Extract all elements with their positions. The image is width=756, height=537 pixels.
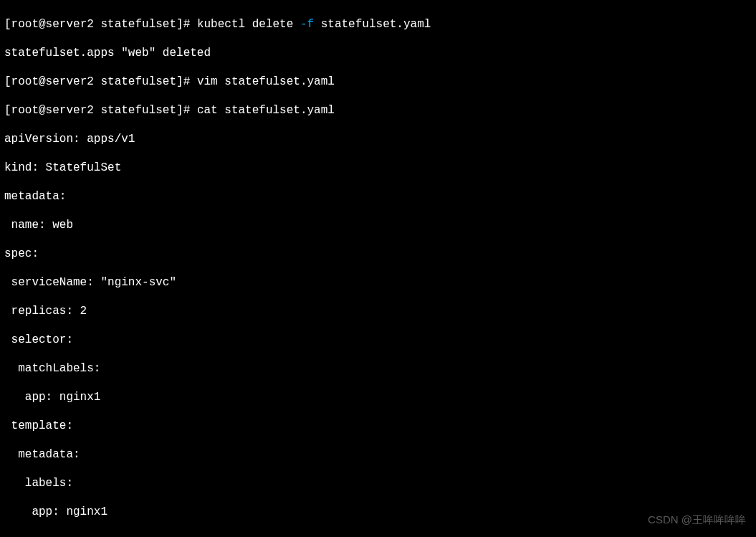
prompt-line-3: [root@server2 statefulset]# cat stateful… [4,103,752,118]
yaml-line: app: nginx1 [4,505,752,519]
command-flag: -f [300,18,314,31]
output-line: statefulset.apps "web" deleted [4,46,752,60]
yaml-line: selector: [4,333,752,347]
prompt-bracket-close: ]# [176,18,190,31]
yaml-line: labels: [4,476,752,490]
prompt-user-host: root@server2 [11,18,94,31]
command-rest: statefulset.yaml [314,18,431,31]
yaml-line: serviceName: "nginx-svc" [4,275,752,290]
yaml-line: metadata: [4,189,752,204]
prompt-user-host: root@server2 [11,104,94,117]
prompt-bracket-close: ]# [176,104,190,117]
yaml-line: spec: [4,533,752,537]
watermark-text: CSDN @王哞哞哞哞 [648,513,746,527]
yaml-line: template: [4,419,752,433]
yaml-line: kind: StatefulSet [4,161,752,175]
yaml-line: replicas: 2 [4,304,752,318]
prompt-bracket-open: [ [4,104,11,117]
prompt-directory: statefulset [100,104,176,117]
yaml-line: apiVersion: apps/v1 [4,132,752,146]
command-text: cat statefulset.yaml [197,104,335,117]
prompt-directory: statefulset [100,18,176,31]
prompt-bracket-open: [ [4,18,11,31]
prompt-bracket-close: ]# [176,75,190,88]
yaml-line: name: web [4,218,752,232]
yaml-line: spec: [4,247,752,261]
prompt-user-host: root@server2 [11,75,94,88]
command-text: vim statefulset.yaml [197,75,335,88]
yaml-line: matchLabels: [4,361,752,376]
command-text: kubectl delete [197,18,300,31]
yaml-line: metadata: [4,447,752,462]
yaml-line: app: nginx1 [4,390,752,404]
prompt-line-2: [root@server2 statefulset]# vim stateful… [4,75,752,89]
prompt-line-1: [root@server2 statefulset]# kubectl dele… [4,17,752,32]
terminal-output[interactable]: [root@server2 statefulset]# kubectl dele… [4,3,752,537]
prompt-bracket-open: [ [4,75,11,88]
prompt-directory: statefulset [100,75,176,88]
